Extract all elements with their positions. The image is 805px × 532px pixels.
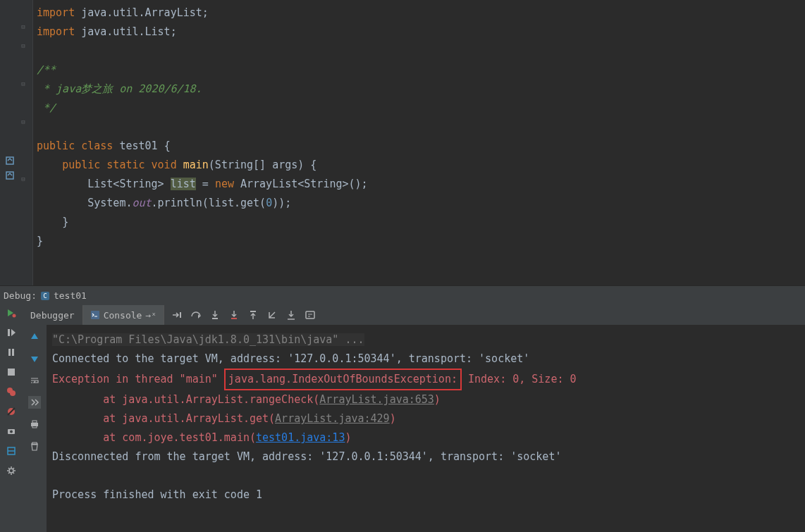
svg-rect-24 — [231, 318, 237, 319]
code-gutter[interactable]: ⊟ ⊟ ⊟ ⊟ ⊟ — [19, 0, 33, 285]
code-kw: void — [152, 159, 177, 171]
code-text: )); — [272, 197, 291, 209]
fold-marker[interactable]: ⊟ — [19, 80, 27, 88]
num-literal: 0 — [266, 197, 272, 209]
static-field: out — [132, 197, 151, 209]
debug-action-bar — [0, 305, 23, 532]
code-kw: static — [106, 159, 145, 171]
code-doc: /** — [37, 63, 56, 76]
tab-console[interactable]: Console →ˣ — [82, 305, 164, 325]
scroll-to-end-icon[interactable] — [28, 396, 41, 409]
stack-link[interactable]: ArrayList.java:429 — [275, 412, 390, 425]
debug-toolwindow-bar: Debug: C test01 — [0, 285, 805, 305]
mute-breakpoints-icon[interactable] — [6, 406, 17, 417]
rerun-icon[interactable] — [6, 307, 17, 318]
svg-rect-33 — [32, 421, 37, 423]
tab-label: Debugger — [30, 310, 75, 321]
settings-icon[interactable] — [6, 465, 17, 476]
tab-label: Console — [104, 310, 142, 321]
pause-icon[interactable] — [6, 347, 17, 358]
fold-marker[interactable]: ⊟ — [19, 175, 27, 183]
editor-area: ⊟ ⊟ ⊟ ⊟ ⊟ import java.util.ArrayList; im… — [0, 0, 805, 285]
debug-label: Debug: — [4, 290, 37, 301]
svg-rect-6 — [8, 329, 10, 336]
code-text: java.util.ArrayList; — [75, 6, 209, 19]
step-into-icon[interactable] — [209, 309, 221, 321]
force-step-into-icon[interactable] — [228, 309, 240, 321]
svg-marker-30 — [31, 333, 38, 339]
svg-rect-8 — [8, 349, 11, 356]
exception-highlight: java.lang.IndexOutOfBoundsException: — [224, 369, 462, 390]
stack-link[interactable]: test01.java:13 — [256, 431, 345, 444]
code-kw: class — [81, 140, 113, 152]
stop-icon[interactable] — [6, 366, 17, 378]
tab-debugger[interactable]: Debugger — [23, 305, 82, 325]
evaluate-icon[interactable] — [305, 309, 316, 321]
stack-line: at java.util.ArrayList.rangeCheck(ArrayL… — [52, 393, 441, 406]
step-over-icon[interactable] — [190, 309, 202, 321]
code-text: ArrayList<String>(); — [234, 178, 368, 190]
brace: } — [62, 216, 68, 228]
step-toolbar — [164, 305, 316, 325]
code-text: (String[] args) { — [209, 159, 317, 171]
code-kw: new — [215, 178, 234, 190]
svg-rect-25 — [250, 311, 256, 312]
code-content[interactable]: import java.util.ArrayList; import java.… — [33, 0, 805, 285]
step-out-icon[interactable] — [247, 309, 259, 321]
code-kw: public — [62, 159, 100, 171]
cmd-line: "C:\Program Files\Java\jdk1.8.0_131\bin\… — [52, 333, 364, 346]
console-controls — [23, 325, 47, 532]
class-name: test01 — [119, 140, 157, 152]
console-wrap: Debugger Console →ˣ — [23, 305, 805, 532]
svg-rect-20 — [91, 311, 99, 319]
svg-point-16 — [10, 431, 13, 433]
var-highlight: list — [171, 178, 196, 190]
show-exec-point-icon[interactable] — [171, 309, 183, 321]
debug-tabs-toolbar: Debugger Console →ˣ — [23, 305, 805, 325]
exit-line: Process finished with exit code 1 — [52, 488, 262, 501]
soft-wrap-icon[interactable] — [28, 374, 41, 387]
stack-link[interactable]: ArrayList.java:653 — [319, 393, 434, 406]
scroll-down-icon[interactable] — [28, 352, 41, 365]
scroll-up-icon[interactable] — [28, 330, 41, 343]
console-tab-icon — [90, 310, 100, 320]
layout-icon[interactable] — [6, 445, 17, 457]
resume-icon[interactable] — [6, 327, 17, 338]
clear-icon[interactable] — [28, 440, 41, 452]
code-text: java.util.List; — [75, 25, 177, 38]
svg-marker-31 — [31, 357, 38, 362]
brace: { — [164, 140, 171, 152]
svg-text:C: C — [43, 292, 47, 299]
debug-panel: Debugger Console →ˣ — [0, 305, 805, 532]
console-output[interactable]: "C:\Program Files\Java\jdk1.8.0_131\bin\… — [47, 325, 805, 532]
debug-tab-name[interactable]: test01 — [54, 290, 87, 301]
fold-marker[interactable]: ⊟ — [19, 118, 27, 126]
stack-line: at java.util.ArrayList.get(ArrayList.jav… — [52, 412, 396, 425]
impl-icon[interactable] — [4, 155, 16, 166]
stack-line: at com.joye.test01.main(test01.java:13) — [52, 431, 351, 444]
code-text: .println — [152, 197, 202, 209]
brace: } — [37, 235, 43, 247]
fold-marker[interactable]: ⊟ — [19, 23, 27, 31]
code-kw: public — [37, 140, 75, 152]
code-text: (list.get( — [202, 197, 266, 209]
code-doc: */ — [37, 101, 56, 114]
svg-point-5 — [13, 314, 16, 318]
code-doc: * java梦之旅 on 2020/6/18. — [37, 82, 202, 95]
breakpoints-icon[interactable] — [6, 386, 17, 397]
editor-left-icons — [0, 0, 19, 285]
print-icon[interactable] — [28, 418, 41, 431]
debug-body: Debugger Console →ˣ — [0, 305, 805, 532]
pin-icon[interactable]: →ˣ — [145, 310, 156, 321]
run-to-cursor-icon[interactable] — [285, 309, 297, 321]
drop-frame-icon[interactable] — [266, 309, 278, 321]
svg-rect-21 — [180, 312, 181, 318]
code-text: List<String> — [87, 178, 170, 190]
svg-point-12 — [10, 390, 16, 396]
console-area: "C:\Program Files\Java\jdk1.8.0_131\bin\… — [23, 325, 805, 532]
fold-marker[interactable]: ⊟ — [19, 42, 27, 50]
code-text: System. — [87, 197, 132, 209]
camera-icon[interactable] — [6, 426, 17, 437]
override-icon[interactable] — [4, 170, 16, 181]
code-kw: import — [37, 25, 75, 38]
